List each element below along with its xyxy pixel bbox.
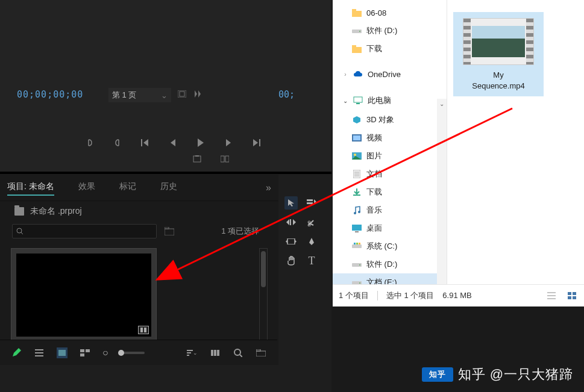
zoom-out-button[interactable]: ○: [102, 347, 108, 358]
tree-drive-d2[interactable]: 软件 (D:): [333, 255, 447, 273]
nav-scrollbar[interactable]: ⌄: [437, 99, 447, 284]
tab-project[interactable]: 项目: 未命名: [7, 181, 54, 194]
svg-point-83: [359, 282, 360, 284]
svg-rect-35: [211, 350, 213, 356]
pencil-icon[interactable]: [11, 347, 22, 358]
tree-drive-e[interactable]: 文档 (E:): [333, 273, 447, 284]
svg-rect-61: [356, 103, 360, 104]
thumbnail-scrollbar[interactable]: [259, 248, 268, 348]
safe-margins-icon[interactable]: [177, 89, 187, 99]
tree-desktop[interactable]: 桌面: [333, 219, 447, 237]
mark-in-button[interactable]: [84, 137, 95, 148]
step-icon[interactable]: [194, 89, 204, 99]
pictures-icon: [352, 151, 362, 161]
svg-rect-89: [568, 296, 571, 299]
file-explorer-window: 06-08 软件 (D:) 下载 › OneDrive ⌄ 此电脑: [333, 0, 584, 306]
svg-marker-6: [171, 139, 175, 146]
nav-tree[interactable]: 06-08 软件 (D:) 下载 › OneDrive ⌄ 此电脑: [333, 0, 447, 284]
go-to-out-button[interactable]: [251, 137, 262, 148]
svg-point-19: [17, 228, 22, 233]
tree-videos[interactable]: 视频: [333, 129, 447, 147]
track-select-tool[interactable]: [305, 196, 318, 210]
file-tile[interactable]: My Sequence.mp4: [453, 12, 544, 96]
svg-rect-40: [256, 351, 266, 356]
svg-rect-43: [307, 199, 313, 201]
automate-button[interactable]: [210, 347, 221, 358]
timecode-left[interactable]: 00;00;00;00: [17, 89, 83, 100]
svg-rect-55: [352, 9, 356, 11]
video-thumbnail-icon: [463, 18, 534, 65]
list-view-button[interactable]: [34, 347, 45, 358]
svg-point-73: [358, 211, 360, 213]
videos-icon: [352, 133, 362, 143]
page-dropdown[interactable]: 第 1 页 ⌄: [108, 88, 171, 102]
new-bin-button[interactable]: [163, 225, 176, 237]
tree-onedrive[interactable]: › OneDrive: [333, 64, 447, 84]
project-icon: [14, 207, 24, 216]
zhihu-logo-icon: 知乎: [422, 367, 453, 382]
svg-marker-46: [286, 219, 289, 225]
new-bin-button-2[interactable]: [256, 347, 266, 358]
tab-effects[interactable]: 效果: [78, 181, 95, 194]
status-item-count: 1 个项目: [339, 290, 369, 301]
drive-icon: [352, 241, 362, 251]
export-frame-button[interactable]: [193, 154, 204, 165]
svg-line-39: [240, 355, 242, 357]
selection-tool[interactable]: [284, 196, 298, 210]
svg-rect-86: [547, 298, 556, 299]
tree-documents[interactable]: 文档: [333, 165, 447, 183]
large-icons-view-button[interactable]: [566, 291, 578, 300]
icon-view-button[interactable]: [57, 347, 68, 358]
tab-markers[interactable]: 标记: [119, 181, 136, 194]
onedrive-icon: [353, 69, 363, 79]
razor-tool[interactable]: [305, 216, 318, 229]
file-name-line1: My: [493, 70, 503, 79]
tree-3d-objects[interactable]: 3D 对象: [333, 111, 447, 129]
3d-icon: [352, 115, 362, 125]
tabs-overflow-button[interactable]: »: [266, 182, 271, 193]
tree-drive-d[interactable]: 软件 (D:): [333, 22, 447, 40]
slip-tool[interactable]: [284, 235, 298, 248]
play-button[interactable]: [195, 137, 206, 148]
chevron-down-icon[interactable]: ⌄: [342, 98, 348, 104]
svg-rect-88: [573, 292, 576, 295]
watermark: 知乎 知乎 @一只大猪蹄: [422, 366, 573, 384]
svg-rect-77: [354, 243, 356, 244]
svg-marker-53: [295, 240, 297, 243]
svg-rect-18: [225, 156, 229, 162]
hand-tool[interactable]: [284, 254, 298, 267]
ripple-edit-tool[interactable]: [284, 216, 298, 229]
scroll-down-icon[interactable]: ⌄: [437, 99, 447, 108]
panel-divider[interactable]: [0, 172, 331, 174]
tab-history[interactable]: 历史: [160, 181, 177, 194]
tree-drive-c[interactable]: 系统 (C:): [333, 237, 447, 255]
step-forward-button[interactable]: [223, 137, 234, 148]
mark-out-button[interactable]: [112, 137, 123, 148]
step-back-button[interactable]: [168, 137, 178, 148]
status-size: 6.91 MB: [442, 291, 471, 300]
timecode-right[interactable]: 00;: [278, 89, 295, 100]
pen-tool[interactable]: [305, 235, 318, 248]
tree-downloads-2[interactable]: 下载: [333, 183, 447, 201]
zoom-slider[interactable]: [121, 352, 145, 354]
tree-downloads[interactable]: 下载: [333, 40, 447, 58]
tree-this-pc[interactable]: ⌄ 此电脑: [333, 90, 447, 111]
search-input[interactable]: [12, 224, 157, 238]
tree-music[interactable]: 音乐: [333, 201, 447, 219]
tree-pictures[interactable]: 图片: [333, 147, 447, 165]
file-list-pane[interactable]: My Sequence.mp4: [447, 0, 584, 284]
svg-rect-74: [352, 225, 362, 231]
svg-rect-10: [259, 139, 260, 146]
svg-rect-28: [58, 350, 66, 356]
comparison-view-button[interactable]: [221, 154, 231, 165]
find-button[interactable]: [233, 347, 243, 358]
type-tool[interactable]: T: [305, 254, 318, 267]
freeform-view-button[interactable]: [80, 347, 90, 358]
tree-folder-0608[interactable]: 06-08: [333, 4, 447, 22]
details-view-button[interactable]: [545, 291, 557, 300]
sort-button[interactable]: ⌄: [187, 347, 198, 358]
chevron-right-icon[interactable]: ›: [342, 71, 348, 78]
pc-icon: [353, 96, 363, 105]
go-to-in-button[interactable]: [140, 137, 151, 148]
svg-marker-52: [286, 240, 287, 243]
